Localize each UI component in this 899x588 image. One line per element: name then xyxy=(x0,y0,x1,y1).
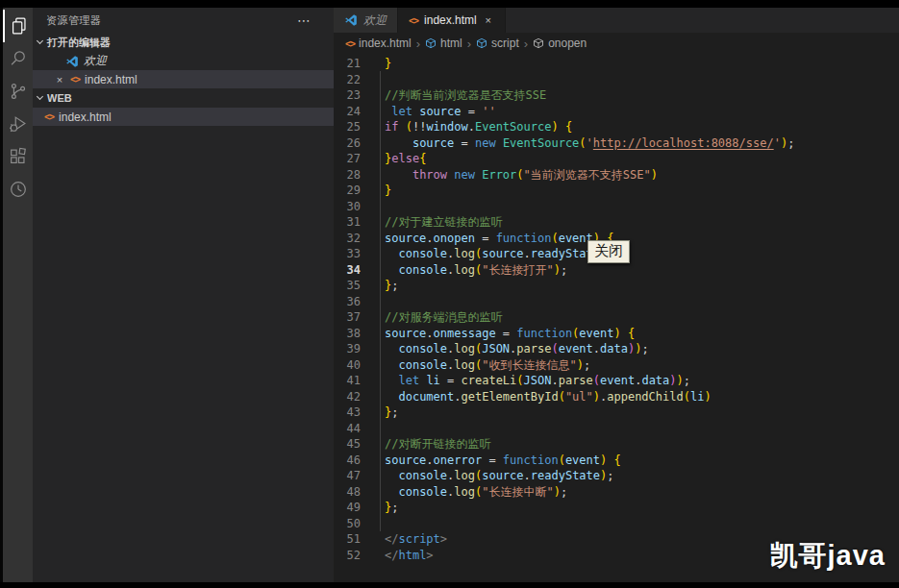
breadcrumb-separator: › xyxy=(415,37,421,51)
code-content: </html> xyxy=(385,548,434,564)
cube-blue-icon xyxy=(476,37,487,49)
code-editor[interactable]: 21}2223//判断当前浏览器是否支持SSE24 let source = '… xyxy=(334,54,899,582)
line-number[interactable]: 24 xyxy=(334,104,361,120)
more-actions-icon[interactable]: ⋯ xyxy=(297,15,311,25)
line-number[interactable]: 29 xyxy=(334,183,361,199)
line-number[interactable]: 40 xyxy=(334,357,361,374)
code-line-28[interactable]: 28 throw new Error("当前浏览器不支持SSE") xyxy=(334,167,899,184)
code-line-41[interactable]: 41 let li = createLi(JSON.parse(event.da… xyxy=(334,373,899,389)
line-number[interactable]: 28 xyxy=(334,167,361,184)
code-line-42[interactable]: 42 document.getElementById("ul").appendC… xyxy=(334,389,899,405)
line-number[interactable]: 44 xyxy=(334,421,361,437)
breadcrumb-item-onopen[interactable]: onopen xyxy=(533,37,587,50)
sidebar-item-index.html[interactable]: <>index.html xyxy=(33,108,334,126)
breadcrumb-separator: › xyxy=(466,37,472,51)
line-number[interactable]: 26 xyxy=(334,135,361,152)
line-number[interactable]: 35 xyxy=(334,278,361,294)
line-number[interactable]: 50 xyxy=(334,516,361,532)
line-number[interactable]: 37 xyxy=(334,309,361,326)
activity-bar xyxy=(0,8,33,582)
activity-source-control-icon[interactable] xyxy=(3,75,33,108)
line-number[interactable]: 49 xyxy=(334,500,361,516)
code-line-37[interactable]: 37//对服务端消息的监听 xyxy=(334,309,899,326)
line-number[interactable]: 34 xyxy=(334,262,361,279)
breadcrumb-item-index.html[interactable]: <>index.html xyxy=(345,37,412,50)
code-line-30[interactable]: 30 xyxy=(334,199,899,215)
breadcrumb-item-html[interactable]: html xyxy=(425,37,462,50)
activity-search-icon[interactable] xyxy=(3,42,33,75)
line-number[interactable]: 46 xyxy=(334,453,361,469)
line-number[interactable]: 51 xyxy=(334,531,361,548)
line-number[interactable]: 39 xyxy=(334,341,361,357)
sidebar-sections: 打开的编辑器欢迎×<>index.htmlWEB<>index.html xyxy=(33,33,334,126)
sidebar-item-label: index.html xyxy=(85,73,137,86)
activity-extensions-icon[interactable] xyxy=(3,140,33,173)
chevron-down-icon xyxy=(37,93,43,100)
line-number[interactable]: 38 xyxy=(334,326,361,342)
tab-欢迎[interactable]: 欢迎 xyxy=(334,8,398,33)
line-number[interactable]: 27 xyxy=(334,151,361,167)
code-line-22[interactable]: 22 xyxy=(334,72,899,88)
activity-run-debug-icon[interactable] xyxy=(3,108,33,140)
code-line-31[interactable]: 31//对于建立链接的监听 xyxy=(334,214,899,231)
code-line-44[interactable]: 44 xyxy=(334,421,899,437)
code-content: }; xyxy=(385,500,398,516)
activity-run-circle-icon[interactable] xyxy=(3,173,33,206)
close-icon[interactable]: × xyxy=(54,74,65,86)
close-icon[interactable]: × xyxy=(483,14,494,26)
code-content: }; xyxy=(385,404,398,421)
code-line-23[interactable]: 23//判断当前浏览器是否支持SSE xyxy=(334,87,899,104)
line-number[interactable]: 52 xyxy=(334,548,361,564)
code-line-29[interactable]: 29} xyxy=(334,183,899,199)
code-content: document.getElementById("ul").appendChil… xyxy=(385,389,712,405)
code-line-46[interactable]: 46source.onerror = function(event) { xyxy=(334,453,899,469)
code-line-25[interactable]: 25if (!!window.EventSource) { xyxy=(334,119,899,135)
code-line-48[interactable]: 48 console.log("长连接中断"); xyxy=(334,484,899,501)
chevron-down-icon xyxy=(37,37,43,44)
line-number[interactable]: 31 xyxy=(334,214,361,231)
code-line-43[interactable]: 43}; xyxy=(334,404,899,421)
sidebar-item-index.html[interactable]: ×<>index.html xyxy=(33,70,334,88)
line-number[interactable]: 23 xyxy=(334,87,361,104)
line-number[interactable]: 48 xyxy=(334,484,361,501)
code-line-49[interactable]: 49}; xyxy=(334,500,899,516)
code-line-27[interactable]: 27}else{ xyxy=(334,151,899,167)
line-number[interactable]: 41 xyxy=(334,373,361,389)
code-line-34[interactable]: 34 console.log("长连接打开"); xyxy=(334,262,899,279)
code-content: //对于建立链接的监听 xyxy=(385,214,502,231)
code-line-21[interactable]: 21} xyxy=(334,56,899,72)
line-number[interactable]: 43 xyxy=(334,404,361,421)
sidebar-item-欢迎[interactable]: 欢迎 xyxy=(33,52,334,70)
section-header-0[interactable]: 打开的编辑器 xyxy=(33,33,334,52)
line-number[interactable]: 42 xyxy=(334,389,361,405)
code-content: //对服务端消息的监听 xyxy=(385,309,502,326)
code-content: </script> xyxy=(385,531,447,548)
line-number[interactable]: 36 xyxy=(334,294,361,310)
code-line-38[interactable]: 38source.onmessage = function(event) { xyxy=(334,326,899,342)
code-line-39[interactable]: 39 console.log(JSON.parse(event.data)); xyxy=(334,341,899,357)
line-number[interactable]: 33 xyxy=(334,246,361,262)
line-number[interactable]: 32 xyxy=(334,231,361,247)
code-line-26[interactable]: 26 source = new EventSource('http://loca… xyxy=(334,135,899,152)
line-number[interactable]: 21 xyxy=(334,56,361,72)
section-header-1[interactable]: WEB xyxy=(33,88,334,108)
code-line-45[interactable]: 45//对断开链接的监听 xyxy=(334,436,899,453)
line-number[interactable]: 30 xyxy=(334,199,361,215)
code-line-35[interactable]: 35}; xyxy=(334,278,899,294)
code-line-40[interactable]: 40 console.log("收到长连接信息"); xyxy=(334,357,899,374)
tab-index.html[interactable]: <>index.html× xyxy=(398,8,506,33)
line-number[interactable]: 47 xyxy=(334,468,361,484)
code-content: //判断当前浏览器是否支持SSE xyxy=(385,87,546,104)
code-line-36[interactable]: 36 xyxy=(334,294,899,310)
code-content: let li = createLi(JSON.parse(event.data)… xyxy=(385,373,690,389)
code-line-24[interactable]: 24 let source = '' xyxy=(334,104,899,120)
activity-explorer-icon[interactable] xyxy=(3,10,33,42)
line-number[interactable]: 25 xyxy=(334,119,361,135)
breadcrumb-item-script[interactable]: script xyxy=(476,37,519,50)
line-number[interactable]: 22 xyxy=(334,72,361,88)
code-line-50[interactable]: 50 xyxy=(334,516,899,532)
code-content: console.log("长连接打开"); xyxy=(385,262,567,279)
line-number[interactable]: 45 xyxy=(334,436,361,453)
code-content: source.onmessage = function(event) { xyxy=(385,326,635,342)
code-line-47[interactable]: 47 console.log(source.readyState); xyxy=(334,468,899,484)
